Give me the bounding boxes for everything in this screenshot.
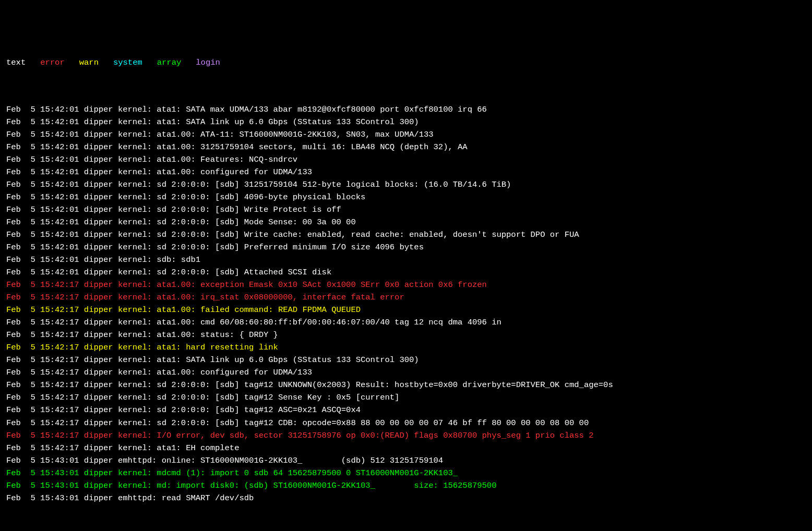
legend-error: error (40, 58, 65, 67)
legend-warn: warn (79, 58, 99, 67)
log-line: Feb 5 15:42:01 dipper kernel: ata1.00: A… (6, 128, 806, 141)
log-line: Feb 5 15:42:17 dipper kernel: ata1.00: e… (6, 279, 806, 291)
log-line: Feb 5 15:43:01 dipper kernel: md: import… (6, 479, 806, 492)
log-line: Feb 5 15:42:01 dipper kernel: sd 2:0:0:0… (6, 228, 806, 241)
log-line: Feb 5 15:42:17 dipper kernel: ata1: EH c… (6, 442, 806, 454)
legend-login: login (196, 58, 220, 67)
log-line: Feb 5 15:42:01 dipper kernel: sd 2:0:0:0… (6, 216, 806, 228)
log-line: Feb 5 15:42:17 dipper kernel: ata1.00: c… (6, 366, 806, 379)
log-line: Feb 5 15:42:01 dipper kernel: sd 2:0:0:0… (6, 203, 806, 216)
log-line: Feb 5 15:42:17 dipper kernel: ata1.00: c… (6, 316, 806, 329)
log-line: Feb 5 15:42:17 dipper kernel: sd 2:0:0:0… (6, 404, 806, 416)
log-legend: texterrorwarnsystemarraylogin (6, 56, 806, 69)
log-line: Feb 5 15:42:01 dipper kernel: ata1: SATA… (6, 103, 806, 116)
log-line: Feb 5 15:42:17 dipper kernel: ata1.00: i… (6, 291, 806, 304)
log-line: Feb 5 15:42:01 dipper kernel: sd 2:0:0:0… (6, 178, 806, 191)
legend-text: text (6, 58, 26, 67)
log-line: Feb 5 15:42:17 dipper kernel: ata1: hard… (6, 341, 806, 354)
log-line: Feb 5 15:42:17 dipper kernel: sd 2:0:0:0… (6, 391, 806, 404)
log-line: Feb 5 15:42:17 dipper kernel: sd 2:0:0:0… (6, 417, 806, 429)
log-output: Feb 5 15:42:01 dipper kernel: ata1: SATA… (6, 103, 806, 504)
log-line: Feb 5 15:43:01 dipper kernel: mdcmd (1):… (6, 467, 806, 479)
log-line: Feb 5 15:42:01 dipper kernel: ata1.00: F… (6, 153, 806, 166)
legend-array: array (157, 58, 182, 67)
log-line: Feb 5 15:42:17 dipper kernel: ata1: SATA… (6, 354, 806, 366)
log-line: Feb 5 15:42:17 dipper kernel: I/O error,… (6, 429, 806, 442)
log-line: Feb 5 15:42:17 dipper kernel: ata1.00: s… (6, 329, 806, 341)
log-line: Feb 5 15:42:01 dipper kernel: ata1.00: c… (6, 166, 806, 178)
log-line: Feb 5 15:42:01 dipper kernel: sd 2:0:0:0… (6, 191, 806, 203)
log-line: Feb 5 15:42:17 dipper kernel: ata1.00: f… (6, 304, 806, 316)
log-line: Feb 5 15:43:01 dipper emhttpd: read SMAR… (6, 492, 806, 504)
legend-system: system (113, 58, 142, 67)
log-line: Feb 5 15:42:01 dipper kernel: ata1: SATA… (6, 116, 806, 128)
log-line: Feb 5 15:42:17 dipper kernel: sd 2:0:0:0… (6, 379, 806, 391)
log-line: Feb 5 15:42:01 dipper kernel: ata1.00: 3… (6, 141, 806, 153)
log-line: Feb 5 15:42:01 dipper kernel: sdb: sdb1 (6, 254, 806, 266)
log-line: Feb 5 15:42:01 dipper kernel: sd 2:0:0:0… (6, 266, 806, 279)
log-line: Feb 5 15:42:01 dipper kernel: sd 2:0:0:0… (6, 241, 806, 254)
log-line: Feb 5 15:43:01 dipper emhttpd: online: S… (6, 454, 806, 467)
